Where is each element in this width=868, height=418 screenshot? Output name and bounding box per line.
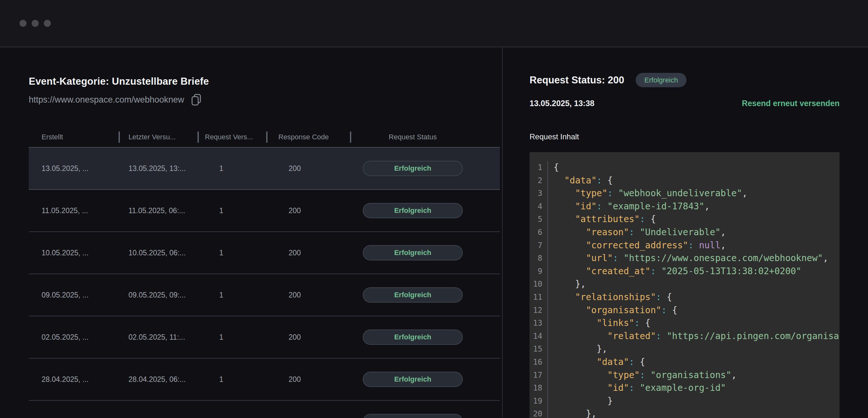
line-number: 12 — [530, 304, 548, 317]
status-badge: Erfolgreich — [363, 329, 463, 345]
code-line: 16 "data": { — [530, 356, 840, 369]
code-line: 13 "links": { — [530, 317, 840, 330]
code-line: 10 }, — [530, 278, 840, 291]
code-line: 4 "id": "example-id-17843", — [530, 200, 840, 213]
window-control-dot[interactable] — [20, 20, 27, 27]
request-meta-row: 13.05.2025, 13:38 Resend erneut versende… — [530, 99, 840, 108]
table-row[interactable]: 11.05.2025, ...11.05.2025, 06:...1200Erf… — [29, 190, 500, 232]
code-text: "organisation": { — [548, 304, 840, 317]
line-number: 19 — [530, 395, 548, 408]
table-cell: 1 — [197, 206, 266, 215]
line-number: 1 — [530, 161, 548, 174]
table-row[interactable]: 13.05.2025, ...13.05.2025, 13:...1200Erf… — [29, 148, 500, 190]
code-text: } — [548, 395, 840, 408]
line-number: 6 — [530, 226, 548, 239]
webhook-events-panel: Event-Kategorie: Unzustellbare Briefe ht… — [0, 47, 503, 417]
code-text: "data": { — [548, 356, 840, 369]
copy-icon[interactable] — [191, 94, 202, 106]
code-text: "links": { — [548, 317, 840, 330]
status-badge: Erfolgreich — [363, 203, 463, 218]
line-number: 11 — [530, 291, 548, 304]
page-title: Event-Kategorie: Unzustellbare Briefe — [29, 75, 502, 88]
line-number: 3 — [530, 187, 548, 200]
events-table-header: ErstelltLetzter Versu...Request Vers...R… — [29, 127, 500, 148]
line-number: 2 — [530, 174, 548, 187]
column-header: Erstellt — [29, 127, 119, 147]
request-content-label: Request Inhalt — [530, 132, 868, 141]
status-badge: Erfolgreich — [363, 287, 463, 302]
table-cell: 200 — [266, 206, 350, 215]
table-row[interactable]: 10.05.2025, ...10.05.2025, 06:...1200Erf… — [29, 232, 500, 274]
code-text: { — [548, 161, 840, 174]
table-cell: 09.05.2025, 09:... — [119, 291, 197, 299]
line-number: 7 — [530, 239, 548, 252]
window-control-dot[interactable] — [44, 20, 51, 27]
code-text: "related": "https://api.pingen.com/organ… — [548, 330, 840, 343]
table-cell: 200 — [266, 291, 350, 299]
table-cell: 11.05.2025, ... — [29, 206, 119, 215]
code-text: }, — [548, 343, 840, 356]
table-cell: 1 — [197, 375, 266, 384]
line-number: 16 — [530, 356, 548, 369]
table-row[interactable]: 02.05.2025, ...02.05.2025, 11:...1200Erf… — [29, 316, 500, 359]
code-text: "type": "webhook_undeliverable", — [548, 187, 840, 200]
table-cell: 13.05.2025, 13:... — [119, 164, 197, 173]
line-number: 10 — [530, 278, 548, 291]
column-header: Letzter Versu... — [119, 127, 197, 147]
code-text: }, — [548, 408, 840, 418]
table-cell: 10.05.2025, ... — [29, 249, 119, 257]
line-number: 14 — [530, 330, 548, 343]
code-line: 11 "relationships": { — [530, 291, 840, 304]
line-number: 9 — [530, 265, 548, 278]
table-cell: 11.05.2025, 06:... — [119, 206, 197, 215]
status-badge: Erfolgreich — [636, 73, 686, 87]
table-cell-status: Erfolgreich — [350, 287, 500, 302]
code-text: "reason": "Undeliverable", — [548, 226, 840, 239]
code-line: 9 "created_at": "2025-05-13T13:38:02+020… — [530, 265, 840, 278]
window-control-dot[interactable] — [32, 20, 39, 27]
column-header: Request Vers... — [197, 127, 266, 147]
table-row[interactable]: 28.04.2025, ...28.04.2025, 06:...1200Erf… — [29, 359, 500, 401]
webhook-url-row: https://www.onespace.com/webhooknew — [29, 94, 502, 105]
webhook-url: https://www.onespace.com/webhooknew — [29, 95, 184, 105]
code-line: 12 "organisation": { — [530, 304, 840, 317]
code-text: "id": "example-id-17843", — [548, 200, 840, 213]
table-cell: 200 — [266, 375, 350, 384]
line-number: 18 — [530, 382, 548, 395]
table-cell-status: Erfolgreich — [350, 161, 500, 176]
code-line: 6 "reason": "Undeliverable", — [530, 226, 840, 239]
table-row[interactable]: Erfolgreich — [29, 401, 500, 418]
table-cell: 200 — [266, 333, 350, 342]
code-line: 19 } — [530, 395, 840, 408]
code-text: "id": "example-org-id" — [548, 382, 840, 395]
code-text: "corrected_address": null, — [548, 239, 840, 252]
table-cell-status: Erfolgreich — [350, 372, 500, 387]
code-line: 2 "data": { — [530, 174, 840, 187]
code-text: "attributes": { — [548, 213, 840, 226]
request-timestamp: 13.05.2025, 13:38 — [530, 99, 594, 108]
table-cell: 1 — [197, 164, 266, 173]
request-status-row: Request Status: 200 Erfolgreich — [530, 73, 868, 87]
status-badge: Erfolgreich — [363, 161, 463, 176]
table-row[interactable]: 09.05.2025, ...09.05.2025, 09:...1200Erf… — [29, 274, 500, 316]
status-badge: Erfolgreich — [363, 414, 463, 418]
line-number: 5 — [530, 213, 548, 226]
events-table: ErstelltLetzter Versu...Request Vers...R… — [29, 127, 500, 418]
request-payload-code: 1{2 "data": {3 "type": "webhook_undelive… — [530, 152, 840, 418]
table-cell: 10.05.2025, 06:... — [119, 249, 197, 257]
table-cell: 09.05.2025, ... — [29, 291, 119, 299]
table-cell: 200 — [266, 249, 350, 257]
line-number: 20 — [530, 408, 548, 418]
code-text: "data": { — [548, 174, 840, 187]
request-detail-panel: Request Status: 200 Erfolgreich 13.05.20… — [503, 47, 868, 417]
window-titlebar — [0, 0, 868, 47]
line-number: 4 — [530, 200, 548, 213]
resend-link[interactable]: Resend erneut versenden — [742, 99, 840, 108]
table-cell-status: Erfolgreich — [350, 329, 500, 345]
request-status-title: Request Status: 200 — [530, 74, 624, 86]
table-cell: 28.04.2025, 06:... — [119, 375, 197, 384]
code-text: "url": "https://www.onespace.com/webhook… — [548, 252, 840, 265]
code-line: 18 "id": "example-org-id" — [530, 382, 840, 395]
line-number: 13 — [530, 317, 548, 330]
table-cell-status: Erfolgreich — [350, 203, 500, 218]
